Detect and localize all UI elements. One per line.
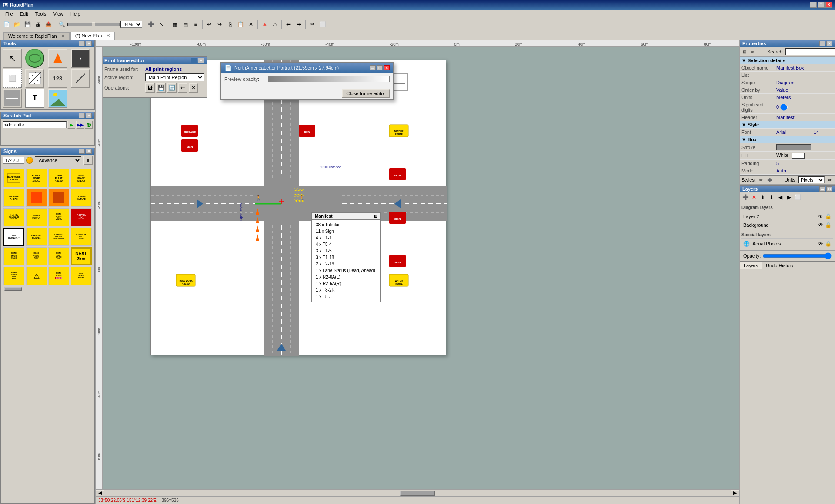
layer-opt3[interactable]: ⬜ <box>794 193 802 201</box>
add-button[interactable]: ➕ <box>146 20 156 29</box>
fill-swatch[interactable] <box>792 153 805 159</box>
tab-welcome-close[interactable]: ✕ <box>61 33 65 39</box>
props-close[interactable]: ✕ <box>826 41 832 46</box>
sign-changed-traffic[interactable]: CHANGEDTRAFFICCONDITIONS <box>48 228 69 246</box>
line-tool[interactable] <box>71 69 90 88</box>
view-btn1[interactable]: ▦ <box>170 20 180 29</box>
menu-view[interactable]: View <box>50 11 67 17</box>
sign-roadwork-next[interactable]: ROADWORKNEXT24km <box>71 228 92 246</box>
pfe-op3[interactable]: 🔄 <box>167 83 177 93</box>
warning-btn[interactable]: ⚠ <box>270 20 280 29</box>
sign-road-plant-must[interactable]: ROADPLANTMUSTJOIN <box>26 247 47 265</box>
layer-down[interactable]: ⬇ <box>768 193 775 201</box>
scratch-minimize[interactable]: — <box>79 113 85 118</box>
print-button[interactable]: 🖨 <box>33 20 43 29</box>
sign-roadwork-500m[interactable]: ROADWORK500mAHEAD <box>48 208 69 226</box>
sign-orange1[interactable] <box>26 189 47 207</box>
sign-road-work-icon[interactable]: ⚠ <box>26 267 47 285</box>
props-icon1[interactable]: ⊞ <box>741 48 748 55</box>
sign-road-work-end[interactable]: ROADWORKTHISEND <box>3 267 24 285</box>
sign-grader-ahead[interactable]: GRADERAHEAD <box>3 189 24 207</box>
delete-button[interactable]: ✕ <box>246 20 256 29</box>
pfe-region-select[interactable]: Main Print Region <box>145 73 204 81</box>
layer-add[interactable]: ➕ <box>741 193 749 201</box>
minimize-button[interactable]: — <box>810 2 817 8</box>
sign-bridgework-ahead[interactable]: BRIDGEWORKAHEAD <box>26 169 47 187</box>
sign-roadwork-ahead[interactable]: ROADWORKAHEAD <box>3 169 24 187</box>
cursor-button[interactable]: ↖ <box>157 20 166 29</box>
signs-options-btn[interactable]: ≡ <box>83 156 93 165</box>
opacity-slider[interactable] <box>762 252 832 259</box>
cone-tool[interactable] <box>48 49 67 68</box>
pfe-op4[interactable]: ↩ <box>178 83 187 93</box>
pfe-close[interactable]: ✕ <box>198 58 204 63</box>
tab-newplan[interactable]: (*) New Plan ✕ <box>70 32 115 40</box>
road-tool[interactable] <box>3 89 22 108</box>
tools-panel-header[interactable]: Tools — ✕ <box>1 40 94 47</box>
layers-close[interactable]: ✕ <box>826 186 832 192</box>
close-button[interactable]: ✕ <box>825 2 832 8</box>
scratch-add[interactable]: ⊕ <box>85 121 93 129</box>
zoom-thumb[interactable] <box>92 22 95 27</box>
signs-category-select[interactable]: Advance <box>35 156 81 164</box>
triangle-btn[interactable]: 🔺 <box>260 20 269 29</box>
sign-road-plant-ahead2[interactable]: ROADPLANTAHEAD <box>71 169 92 187</box>
page-popup-close[interactable]: ✕ <box>384 65 390 70</box>
h-scroll-thumb[interactable] <box>400 491 435 496</box>
tab-newplan-close[interactable]: ✕ <box>106 33 110 38</box>
misc-btn1[interactable]: ⬅ <box>284 20 293 29</box>
layers-minimize[interactable]: — <box>819 186 825 192</box>
zoom-bar[interactable] <box>67 23 120 26</box>
sign-new-boundary[interactable]: NEWBOUNDARY <box>3 228 24 246</box>
save-button[interactable]: 💾 <box>23 20 32 29</box>
sigdig-stepper[interactable] <box>780 104 789 111</box>
signs-scrollbar[interactable] <box>3 286 93 291</box>
sign-side-road[interactable]: SIDEROADAHEAD <box>71 267 92 285</box>
scratch-field[interactable] <box>3 121 67 128</box>
background-lock[interactable]: 🔒 <box>825 222 832 228</box>
select-tool[interactable]: ↖ <box>3 49 22 68</box>
tools-close[interactable]: ✕ <box>86 41 92 46</box>
tab-welcome[interactable]: Welcome to RapidPlan ✕ <box>3 32 70 40</box>
manifest-box[interactable]: Manifest ⊞ 38 x Tubular 11 x Sign 4 x T1… <box>311 212 381 302</box>
units-select[interactable]: Pixels <box>798 176 825 183</box>
close-frame-editor-button[interactable]: Close frame editor <box>342 89 390 98</box>
signs-number-input[interactable] <box>3 157 24 164</box>
sign-traffic-accident[interactable]: TRAFFICACCIDENTAHEAD <box>3 208 24 226</box>
misc-btn3[interactable]: ✂ <box>307 20 317 29</box>
sign-next-2km[interactable]: NEXT2km <box>71 247 92 265</box>
scratch-next[interactable]: ▶▶ <box>76 121 84 129</box>
aerial-lock[interactable]: 🔒 <box>825 241 832 247</box>
scroll-left[interactable]: ◀ <box>96 490 104 496</box>
zoom-select[interactable]: 84% 100% 50% <box>120 21 142 28</box>
region-tool[interactable]: ⬜ <box>3 69 22 88</box>
sign-road-plant-ahead[interactable]: ROADPLANTAHEAD <box>48 169 69 187</box>
menu-help[interactable]: Help <box>67 11 84 17</box>
hatching-tool[interactable] <box>25 69 44 88</box>
drawing-canvas[interactable]: >>> >>> >>> PREPARE SIGN <box>103 47 739 489</box>
signs-minimize[interactable]: — <box>79 149 85 154</box>
sign-prepare-stop[interactable]: PREPARETOSTOP <box>71 208 92 226</box>
zoom-out-button[interactable]: 🔍 <box>57 20 67 29</box>
pfe-header[interactable]: Print frame editor i ✕ <box>103 57 207 64</box>
sign-traffic-hazard[interactable]: TRAFFICHAZARD <box>71 189 92 207</box>
view-btn3[interactable]: ≡ <box>191 20 200 29</box>
props-icon2[interactable]: ✏ <box>749 48 756 55</box>
page-popup-min[interactable]: — <box>370 65 376 70</box>
layer-up[interactable]: ⬆ <box>759 193 767 201</box>
background-eye[interactable]: 👁 <box>818 222 823 228</box>
tab-layers[interactable]: Layers <box>740 262 762 269</box>
styles-edit-btn[interactable]: ✏ <box>826 176 833 183</box>
export-button[interactable]: 📤 <box>43 20 53 29</box>
scratch-pad-header[interactable]: Scratch Pad — ✕ <box>1 112 94 119</box>
number-tool[interactable]: 123 <box>48 69 67 88</box>
menu-tools[interactable]: Tools <box>32 11 50 17</box>
opacity-bar[interactable] <box>268 76 390 82</box>
signs-close[interactable]: ✕ <box>86 149 92 154</box>
texture-tool[interactable]: ▪ <box>71 49 90 68</box>
aerial-eye[interactable]: 👁 <box>818 241 823 247</box>
sign-roadwork-on[interactable]: ROADWORKON NOWORK <box>3 247 24 265</box>
h-scrollbar[interactable]: ◀ ▶ <box>96 489 739 496</box>
paste-button[interactable]: 📋 <box>236 20 245 29</box>
open-button[interactable]: 📂 <box>12 20 22 29</box>
